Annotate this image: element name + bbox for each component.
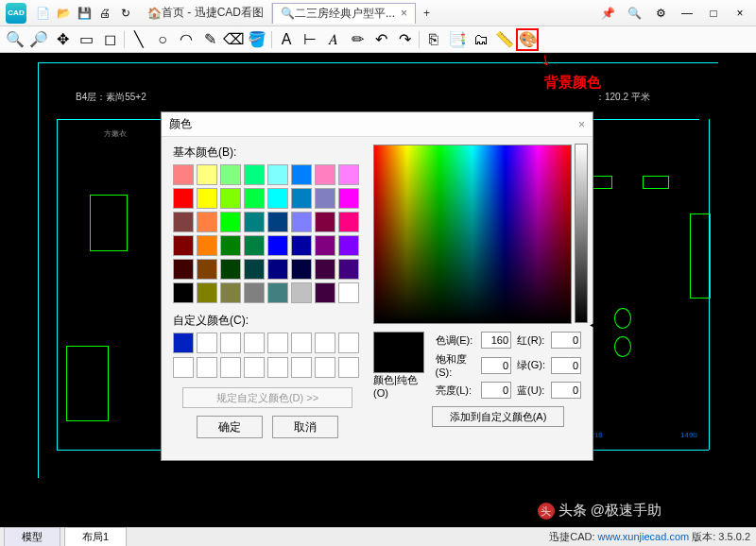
color-swatch[interactable] [267, 282, 288, 303]
color-swatch[interactable] [338, 282, 359, 303]
color-swatch[interactable] [244, 188, 265, 209]
custom-swatch[interactable] [338, 357, 359, 378]
new-icon[interactable]: 📄 [34, 5, 51, 22]
save-icon[interactable]: 💾 [76, 5, 93, 22]
status-url[interactable]: www.xunjiecad.com [598, 531, 690, 542]
tab-file[interactable]: 🔍 二三房经典户型平... × [272, 3, 416, 24]
color-swatch[interactable] [197, 235, 217, 256]
custom-swatch[interactable] [197, 333, 217, 353]
color-swatch[interactable] [338, 188, 359, 209]
maximize-icon[interactable]: □ [705, 5, 722, 22]
custom-swatch[interactable] [315, 333, 335, 353]
luminance-slider[interactable] [575, 144, 588, 323]
color-swatch[interactable] [197, 164, 217, 185]
ok-button[interactable]: 确定 [197, 416, 263, 438]
custom-swatch[interactable] [244, 357, 265, 378]
lum-input[interactable] [481, 382, 511, 399]
custom-swatch[interactable] [220, 333, 241, 353]
circle-icon[interactable]: ○ [153, 30, 172, 49]
color-swatch[interactable] [291, 282, 312, 303]
color-swatch[interactable] [173, 164, 194, 185]
color-swatch[interactable] [315, 164, 335, 185]
text-icon[interactable]: A [277, 30, 296, 49]
color-swatch[interactable] [267, 164, 288, 185]
layers-icon[interactable]: 📑 [448, 30, 467, 49]
color-swatch[interactable] [220, 282, 241, 303]
settings-icon[interactable]: ⚙ [652, 5, 669, 22]
color-swatch[interactable] [220, 235, 241, 256]
tab-close-icon[interactable]: × [401, 7, 407, 20]
color-swatch[interactable] [291, 235, 312, 256]
color-swatch[interactable] [267, 212, 288, 232]
minimize-icon[interactable]: — [679, 5, 696, 22]
color-swatch[interactable] [220, 188, 241, 209]
color-swatch[interactable] [244, 212, 265, 232]
undo-icon[interactable]: ↶ [371, 30, 390, 49]
color-swatch[interactable] [244, 259, 265, 280]
add-custom-button[interactable]: 添加到自定义颜色(A) [432, 406, 564, 427]
fit-icon[interactable]: ▭ [77, 30, 95, 49]
color-swatch[interactable] [173, 235, 194, 256]
color-swatch[interactable] [244, 282, 265, 303]
custom-swatch[interactable] [315, 357, 335, 378]
dialog-close-icon[interactable]: × [578, 118, 585, 131]
custom-swatch[interactable] [267, 357, 288, 378]
custom-swatch[interactable] [220, 357, 241, 378]
green-input[interactable] [551, 357, 581, 374]
redo-icon[interactable]: ↷ [395, 30, 414, 49]
color-swatch[interactable] [338, 212, 359, 232]
color-swatch[interactable] [197, 212, 217, 232]
color-swatch[interactable] [267, 259, 288, 280]
color-swatch[interactable] [173, 188, 194, 209]
pin-icon[interactable]: 📌 [599, 5, 616, 22]
color-swatch[interactable] [267, 188, 288, 209]
color-swatch[interactable] [315, 282, 335, 303]
color-swatch[interactable] [291, 164, 312, 185]
tab-add[interactable]: + [416, 3, 438, 24]
zoom-in-icon[interactable]: 🔍 [6, 30, 25, 49]
tab-layout1[interactable]: 布局1 [64, 527, 127, 546]
blue-input[interactable] [551, 382, 581, 399]
color-swatch[interactable] [244, 235, 265, 256]
custom-swatch[interactable] [338, 333, 359, 353]
color-swatch[interactable] [315, 259, 335, 280]
arc-icon[interactable]: ◠ [177, 30, 196, 49]
custom-swatch[interactable] [244, 333, 265, 353]
color-gradient[interactable] [373, 145, 572, 324]
block-icon[interactable]: 🗂 [472, 30, 490, 49]
tab-model[interactable]: 模型 [4, 527, 60, 546]
luminance-pointer-icon[interactable]: ◀ [590, 319, 597, 330]
color-swatch[interactable] [173, 282, 194, 303]
color-swatch[interactable] [338, 164, 359, 185]
cancel-button[interactable]: 取消 [272, 416, 338, 438]
edit-icon[interactable]: ✏ [348, 30, 367, 49]
custom-swatch[interactable] [267, 333, 288, 353]
color-swatch[interactable] [338, 235, 359, 256]
font-icon[interactable]: 𝐴 [324, 30, 343, 49]
measure-icon[interactable]: 📏 [495, 30, 514, 49]
pencil-icon[interactable]: ✎ [200, 30, 219, 49]
refresh-icon[interactable]: ↻ [117, 5, 134, 22]
custom-swatch[interactable] [197, 357, 217, 378]
color-swatch[interactable] [315, 212, 335, 232]
color-swatch[interactable] [291, 188, 312, 209]
color-swatch[interactable] [220, 164, 241, 185]
custom-swatch[interactable] [173, 357, 194, 378]
color-swatch[interactable] [220, 212, 241, 232]
color-swatch[interactable] [338, 259, 359, 280]
color-swatch[interactable] [244, 164, 265, 185]
window-icon[interactable]: ◻ [100, 30, 119, 49]
color-swatch[interactable] [173, 259, 194, 280]
tab-home[interactable]: 🏠 首页 - 迅捷CAD看图 [140, 3, 272, 24]
color-swatch[interactable] [291, 259, 312, 280]
dim-icon[interactable]: ⊢ [301, 30, 319, 49]
line-icon[interactable]: ╲ [129, 30, 148, 49]
color-swatch[interactable] [291, 212, 312, 232]
close-window-icon[interactable]: × [731, 5, 748, 22]
color-swatch[interactable] [197, 282, 217, 303]
custom-swatch[interactable] [173, 333, 194, 353]
pan-icon[interactable]: ✥ [53, 30, 72, 49]
color-swatch[interactable] [197, 259, 217, 280]
color-swatch[interactable] [315, 235, 335, 256]
paint-icon[interactable]: 🪣 [248, 30, 266, 49]
